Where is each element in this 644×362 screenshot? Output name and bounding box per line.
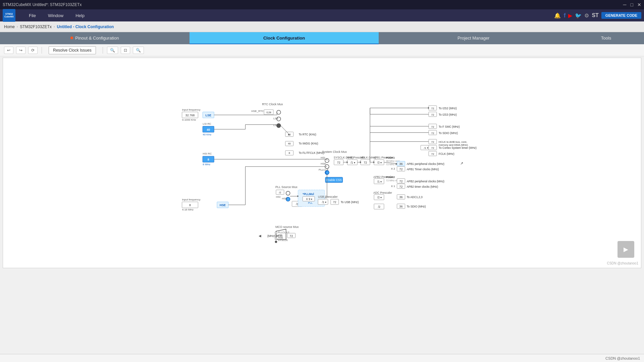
maximize-btn[interactable]: □	[631, 2, 633, 7]
svg-text:72: 72	[364, 161, 367, 164]
svg-text:APB1 Timer clocks (MHz): APB1 Timer clocks (MHz)	[407, 168, 439, 171]
zoom-in-btn[interactable]: 🔍	[107, 47, 118, 54]
svg-text:To USB (MHz): To USB (MHz)	[341, 200, 359, 204]
toolbar-separator-2	[103, 47, 103, 54]
toolbar-separator	[42, 47, 42, 54]
svg-text:LSI: LSI	[273, 124, 277, 127]
zoom-out-btn[interactable]: 🔍	[133, 47, 144, 54]
menubar: STM32CubeMX File Window Help 🔔 f ▶ 🐦 ⚙ S…	[0, 9, 644, 21]
right-toolbar: 🔔 f ▶ 🐦 ⚙ ST GENERATE CODE	[554, 12, 641, 19]
refresh-btn[interactable]: ⟳	[28, 47, 38, 54]
tab-project[interactable]: Project Manager	[379, 32, 568, 44]
svg-text:36: 36	[399, 205, 403, 208]
svg-text:/1 ▾: /1 ▾	[351, 161, 355, 164]
svg-text:72: 72	[431, 153, 434, 156]
svg-text:HSE_RTC: HSE_RTC	[251, 110, 264, 113]
window-controls[interactable]: ─ □ ✕	[623, 2, 641, 7]
svg-text:HSE: HSE	[282, 197, 287, 200]
nav-play-icon: ▶	[624, 246, 628, 253]
status-text: CSDN @zhoutanoo1	[605, 356, 640, 360]
svg-text:LSE: LSE	[205, 114, 211, 117]
redo-btn[interactable]: ↪	[16, 47, 25, 54]
svg-point-119	[286, 191, 290, 195]
svg-text:To Cortex System timer (MHz): To Cortex System timer (MHz)	[439, 146, 477, 149]
svg-text:72: 72	[399, 185, 403, 188]
clock-diagram-svg: Input frequency 32.768 0-1000 KHz LSE LS…	[3, 58, 641, 268]
svg-text:To SDIO (MHz): To SDIO (MHz)	[439, 131, 458, 135]
svg-text:To ADC1,2,3: To ADC1,2,3	[407, 195, 423, 199]
logo: STM32CubeMX	[3, 9, 15, 22]
navigation-panel[interactable]: ▶	[618, 241, 634, 258]
clock-canvas: Input frequency 32.768 0-1000 KHz LSE LS…	[3, 58, 641, 268]
svg-text:Input frequency: Input frequency	[182, 108, 201, 111]
svg-text:72: 72	[399, 180, 403, 183]
st-logo: ST	[592, 12, 598, 18]
svg-text:PLL Source Mux: PLL Source Mux	[275, 185, 298, 189]
status-bar: CSDN @zhoutanoo1	[0, 354, 644, 362]
tab-tools-label: Tools	[601, 36, 611, 41]
svg-text:PCLK1: PCLK1	[386, 156, 395, 159]
menu-window[interactable]: Window	[45, 12, 66, 19]
breadcrumb-current: Untitled - Clock Configuration	[57, 24, 114, 29]
svg-text:RTC Clock Mux: RTC Clock Mux	[262, 103, 283, 106]
tab-clock-label: Clock Configuration	[263, 36, 305, 41]
titlebar: STM32CubeMX Untitled*: STM32F103ZETx ─ □…	[0, 0, 644, 9]
undo-btn[interactable]: ↩	[4, 47, 13, 54]
svg-point-144	[275, 232, 277, 234]
svg-text:/2: /2	[378, 205, 380, 208]
svg-text:↗: ↗	[460, 161, 463, 165]
svg-text:SYSCLK: SYSCLK	[278, 239, 288, 242]
svg-point-147	[275, 241, 277, 243]
notification-icon[interactable]: 🔔	[554, 12, 561, 19]
svg-text:72: 72	[337, 161, 340, 164]
svg-text:PLL: PLL	[308, 201, 313, 204]
generate-code-btn[interactable]: GENERATE CODE	[601, 12, 641, 19]
tab-pinout-label: Pinout & Configuration	[75, 36, 119, 41]
svg-text:8: 8	[189, 203, 191, 207]
svg-text:APB2 timer clocks (MHz): APB2 timer clocks (MHz)	[407, 185, 438, 188]
svg-text:System Clock Mux: System Clock Mux	[322, 150, 347, 154]
breadcrumb-home[interactable]: Home	[4, 24, 15, 29]
tab-tools[interactable]: Tools	[568, 32, 644, 44]
svg-text:PCLK2: PCLK2	[386, 176, 395, 179]
svg-text:8: 8	[208, 158, 209, 161]
svg-text:0-1000 KHz: 0-1000 KHz	[182, 118, 196, 121]
svg-text:8 MHz: 8 MHz	[203, 163, 210, 166]
twitter-icon[interactable]: 🐦	[575, 12, 582, 19]
tab-pinout[interactable]: Pinout & Configuration	[0, 32, 190, 44]
svg-text:To I2S3 (MHz): To I2S3 (MHz)	[439, 113, 457, 116]
svg-text:/1 ▾: /1 ▾	[322, 200, 326, 204]
svg-text:*PLLMul: *PLLMul	[303, 192, 314, 196]
svg-text:FCLK (MHz): FCLK (MHz)	[439, 152, 454, 156]
close-btn[interactable]: ✕	[637, 2, 641, 7]
menu-file[interactable]: File	[26, 12, 39, 19]
toolbar: ↩ ↪ ⟳ Resolve Clock Issues 🔍 ⊡ 🔍	[0, 44, 644, 56]
svg-text:/2 ▾: /2 ▾	[377, 161, 382, 164]
svg-text:/1 ▾: /1 ▾	[377, 180, 382, 183]
svg-text:ADC Prescaler: ADC Prescaler	[373, 191, 392, 194]
fit-btn[interactable]: ⊡	[121, 47, 130, 54]
youtube-icon[interactable]: ▶	[568, 12, 572, 19]
svg-text:HSI: HSI	[321, 156, 325, 159]
settings-icon[interactable]: ⚙	[584, 12, 589, 19]
svg-text:HSI: HSI	[276, 195, 280, 198]
resolve-clock-btn[interactable]: Resolve Clock Issues	[49, 46, 96, 54]
breadcrumb-chip[interactable]: STM32F103ZETx	[20, 24, 52, 29]
svg-text:72: 72	[431, 107, 434, 110]
svg-text:72: 72	[399, 168, 403, 171]
menu-help[interactable]: Help	[73, 12, 87, 19]
svg-text:8: 8	[288, 152, 290, 155]
minimize-btn[interactable]: ─	[623, 2, 627, 7]
svg-text:MCO source Mux: MCO source Mux	[275, 225, 299, 229]
svg-text:/128: /128	[266, 111, 271, 114]
svg-text:72: 72	[290, 234, 293, 238]
svg-text:40: 40	[288, 142, 291, 145]
svg-text:To F SMC (MHz): To F SMC (MHz)	[439, 125, 460, 128]
svg-text:/1 ▾: /1 ▾	[424, 146, 428, 149]
svg-text:Enable CSS: Enable CSS	[326, 178, 342, 182]
tab-dot-pinout	[70, 37, 73, 39]
svg-text:72: 72	[431, 146, 434, 149]
svg-text:X 1: X 1	[391, 185, 395, 188]
tab-clock[interactable]: Clock Configuration	[190, 32, 379, 44]
facebook-icon[interactable]: f	[564, 12, 566, 19]
